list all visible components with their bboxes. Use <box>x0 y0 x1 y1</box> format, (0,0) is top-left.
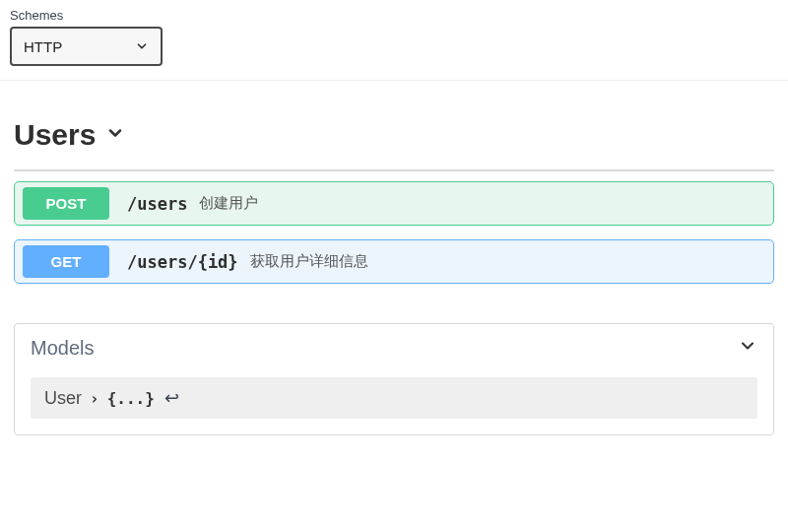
operation-summary: 获取用户详细信息 <box>250 252 368 271</box>
chevron-down-icon <box>135 39 149 53</box>
schemes-section: Schemes HTTP <box>0 0 788 81</box>
schemes-label: Schemes <box>10 8 778 23</box>
operation-post-users[interactable]: POST /users 创建用户 <box>14 181 774 226</box>
model-item-user[interactable]: User › {...} ↩ <box>31 377 757 419</box>
operation-path: /users <box>127 194 187 214</box>
enter-arrow-icon: ↩ <box>164 387 179 409</box>
method-badge: POST <box>23 187 109 220</box>
method-badge: GET <box>23 245 109 278</box>
models-header[interactable]: Models <box>15 324 773 371</box>
chevron-right-icon: › <box>90 389 99 408</box>
schemes-selected-value: HTTP <box>24 38 62 55</box>
tag-header[interactable]: Users <box>14 118 774 152</box>
chevron-down-icon <box>105 123 125 147</box>
model-braces: {...} <box>107 389 155 408</box>
schemes-select[interactable]: HTTP <box>10 27 163 66</box>
tag-name: Users <box>14 118 96 152</box>
models-title: Models <box>31 337 94 360</box>
model-name: User <box>44 388 82 409</box>
operation-path: /users/{id} <box>127 252 238 272</box>
operation-get-users-id[interactable]: GET /users/{id} 获取用户详细信息 <box>14 239 774 284</box>
models-section: Models User › {...} ↩ <box>14 323 774 435</box>
tag-divider <box>14 169 774 171</box>
operation-summary: 创建用户 <box>199 194 258 213</box>
chevron-down-icon <box>738 336 757 360</box>
tag-section: Users POST /users 创建用户 GET /users/{id} 获… <box>0 118 788 284</box>
